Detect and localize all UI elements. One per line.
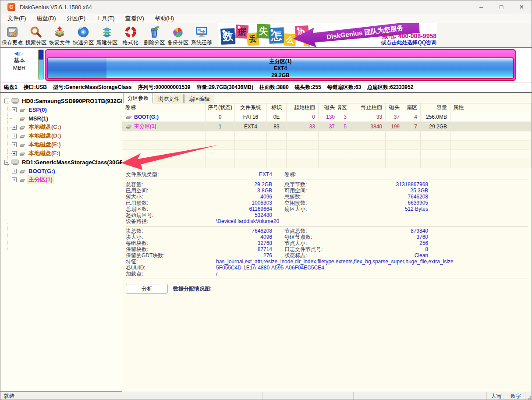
tree-item-primary-partition[interactable]: 主分区(1) bbox=[0, 175, 122, 184]
disk-usage-strip bbox=[38, 50, 44, 80]
data-allocation-caption: 数据分配情况图: bbox=[173, 285, 212, 293]
resize-grip[interactable] bbox=[525, 392, 532, 400]
tree-item-disk-c[interactable]: 本地磁盘(C:) bbox=[0, 123, 122, 131]
menu-view[interactable]: 查看(V) bbox=[120, 14, 149, 23]
filesystem-details: 文件系统类型: EXT4 卷标: 总容量:29.2GB总字节数:31318867… bbox=[122, 168, 532, 280]
divider bbox=[126, 226, 528, 227]
quick-partition-button[interactable]: 快速分区 bbox=[71, 23, 95, 47]
expand-icon[interactable] bbox=[12, 177, 17, 182]
save-changes-icon bbox=[6, 25, 19, 39]
disk-info-bar: 磁盘1 接口:USB 型号:GenericMassStorageClass 序列… bbox=[0, 82, 532, 93]
app-icon: G bbox=[7, 3, 15, 11]
status-bar: 就绪 大写 数字 bbox=[0, 392, 532, 400]
maximize-button[interactable]: □ bbox=[491, 0, 511, 14]
disk-capacity: 容量:29.7GB(30436MB) bbox=[197, 84, 253, 91]
num-lock-indicator: 数字 bbox=[506, 392, 525, 400]
expand-icon[interactable] bbox=[12, 125, 17, 130]
delete-partition-button[interactable]: 删除分区 bbox=[142, 23, 166, 47]
tab-browse-files[interactable]: 浏览文件 bbox=[154, 94, 184, 103]
disk-bar: 主分区(1) EXT4 29.2GB bbox=[45, 49, 516, 81]
ad-qq-link[interactable]: 或点击此处选择QQ咨询 bbox=[381, 39, 436, 46]
expand-icon[interactable] bbox=[12, 142, 17, 147]
minimize-button[interactable]: – bbox=[471, 0, 491, 14]
menu-file[interactable]: 文件(F) bbox=[2, 14, 32, 23]
partition-icon bbox=[19, 107, 25, 112]
save-changes-button[interactable]: 保存更改 bbox=[0, 23, 24, 47]
system-migration-icon bbox=[195, 25, 208, 39]
ad-tile: 据 bbox=[235, 25, 248, 39]
analyze-button[interactable]: 分析 bbox=[126, 284, 168, 294]
segment-capacity: 29.2GB bbox=[271, 72, 289, 79]
tree-item-disk-e[interactable]: 本地磁盘(E:) bbox=[0, 140, 122, 149]
disk-heads: 磁头数:255 bbox=[295, 84, 321, 91]
hard-disk-icon bbox=[11, 159, 19, 166]
status-ready: 就绪 bbox=[0, 392, 262, 400]
close-button[interactable]: ✕ bbox=[511, 0, 532, 14]
search-partition-button[interactable]: 搜索分区 bbox=[24, 23, 48, 47]
menu-disk[interactable]: 磁盘(D) bbox=[32, 14, 61, 23]
format-button[interactable]: 格式化 bbox=[119, 23, 142, 47]
ad-tile: 失 bbox=[256, 24, 270, 39]
segment-filesystem: EXT4 bbox=[274, 65, 287, 72]
disk-serial: 序列号:000000001539 bbox=[138, 84, 190, 91]
tree-item-msr[interactable]: MSR(1) bbox=[0, 114, 122, 123]
disk-model: 型号:GenericMassStorageClass bbox=[53, 84, 131, 91]
divider bbox=[126, 180, 528, 180]
tree-item-rd1[interactable]: RD1:GenericMassStorageClass(30GB) bbox=[0, 158, 122, 166]
menu-tools[interactable]: 工具(T) bbox=[91, 14, 120, 23]
expand-icon[interactable] bbox=[12, 169, 17, 173]
ad-banner[interactable]: 数 据 丢 失 怎 么 办 ! DiskGenius 团队为您服务 致电: 40… bbox=[218, 23, 437, 47]
ad-phone: 致电: 400-008-9958 bbox=[381, 33, 436, 39]
title-bar: G DiskGenius V5.6.1.1580 x64 – □ ✕ bbox=[0, 0, 532, 14]
system-migration-button[interactable]: 系统迁移 bbox=[190, 23, 213, 47]
menu-help[interactable]: 帮助(H) bbox=[149, 14, 179, 23]
partition-bar-segment[interactable]: 主分区(1) EXT4 29.2GB bbox=[47, 57, 514, 79]
prev-disk-arrow-icon[interactable]: ◀ bbox=[14, 50, 19, 57]
table-header: 卷标 序号(状态) 文件系统 标识 起始柱面 磁头 扇区 终止柱面 磁头 扇区 … bbox=[122, 103, 532, 112]
tab-sector-edit[interactable]: 扇区编辑 bbox=[184, 94, 214, 103]
expand-icon[interactable] bbox=[12, 134, 17, 138]
partition-icon bbox=[19, 151, 25, 156]
tab-partition-parameters[interactable]: 分区参数 bbox=[123, 93, 153, 103]
search-partition-icon bbox=[29, 25, 43, 39]
device-tree: HD0:SamsungSSD990PRO1TB(932GB ESP(0) MSR… bbox=[0, 93, 122, 392]
window-title: DiskGenius V5.6.1.1580 x64 bbox=[20, 4, 92, 11]
table-empty-row bbox=[122, 159, 532, 168]
tree-item-boot-g[interactable]: BOOT(G:) bbox=[0, 166, 122, 175]
disk-number: 磁盘1 bbox=[4, 84, 18, 91]
menu-bar: 文件(F) 磁盘(D) 分区(P) 工具(T) 查看(V) 帮助(H) bbox=[0, 14, 532, 23]
ad-tile: 数 bbox=[220, 28, 235, 45]
recover-files-button[interactable]: 恢复文件 bbox=[48, 23, 71, 47]
partition-icon bbox=[19, 177, 25, 182]
expand-icon[interactable] bbox=[12, 107, 17, 112]
divider bbox=[126, 279, 528, 279]
ad-tile: 怎 bbox=[269, 27, 284, 44]
menu-partition[interactable]: 分区(P) bbox=[61, 14, 91, 23]
partition-overview: ◀▷ 基本 MBR 主分区(1) EXT4 29.2GB bbox=[0, 48, 532, 82]
tree-item-disk-f[interactable]: 本地磁盘(F:) bbox=[0, 149, 122, 158]
new-partition-icon bbox=[100, 25, 113, 39]
table-row-boot[interactable]: BOOT(G:) 0 FAT16 0E 0 130 3 33 37 4 256.… bbox=[122, 112, 532, 122]
disk-type-label: 基本 bbox=[0, 57, 38, 64]
tree-item-hd0[interactable]: HD0:SamsungSSD990PRO1TB(932GB bbox=[0, 96, 122, 105]
table-row-primary-partition[interactable]: 主分区(1) 1 EXT4 83 33 37 5 3840 199 7 29.2… bbox=[122, 122, 532, 131]
table-empty-row bbox=[122, 150, 532, 159]
next-disk-arrow-icon[interactable]: ▷ bbox=[19, 50, 25, 57]
partition-scheme-label: MBR bbox=[0, 64, 38, 71]
tree-item-esp[interactable]: ESP(0) bbox=[0, 105, 122, 114]
tree-item-disk-d[interactable]: 本地磁盘(D:) bbox=[0, 131, 122, 140]
disk-interface: 接口:USB bbox=[24, 84, 47, 91]
partition-icon bbox=[125, 114, 132, 119]
disk-total-sectors: 总扇区数:62333952 bbox=[367, 84, 413, 91]
expand-icon[interactable] bbox=[12, 151, 17, 156]
hard-disk-icon bbox=[11, 98, 19, 104]
partition-detail-panel: 分区参数 浏览文件 扇区编辑 卷标 序号(状态) 文件系统 标识 起始柱面 磁头… bbox=[122, 93, 532, 392]
new-partition-button[interactable]: 新建分区 bbox=[95, 23, 119, 47]
diskgenius-window: G DiskGenius V5.6.1.1580 x64 – □ ✕ 文件(F)… bbox=[0, 0, 532, 400]
status-segment bbox=[262, 392, 354, 400]
table-empty-row bbox=[122, 131, 532, 141]
backup-partition-icon bbox=[171, 25, 184, 39]
toolbar: 保存更改 搜索分区 恢复文件 快速分区 新建分区 bbox=[0, 23, 532, 48]
backup-partition-button[interactable]: 备份分区 bbox=[166, 23, 190, 47]
partition-icon bbox=[19, 116, 25, 121]
